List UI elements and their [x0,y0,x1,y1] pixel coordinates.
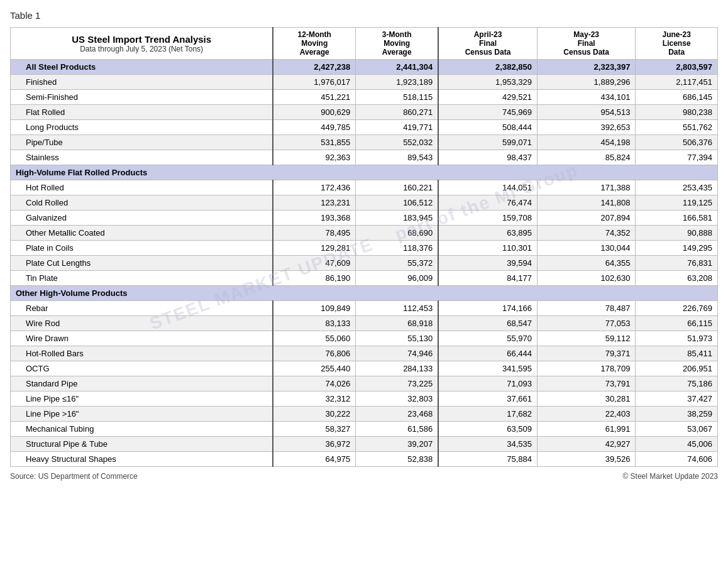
row-label: OCTG [11,361,273,376]
col-header-apr23: April-23FinalCensus Data [438,28,537,60]
table-row: Rebar109,849112,453174,16678,487226,769 [11,301,718,316]
section-header-row: High-Volume Flat Rolled Products [11,165,718,180]
row-value: 207,894 [537,211,635,226]
row-value: 508,444 [438,120,537,135]
row-value: 159,708 [438,211,537,226]
row-label: Pipe/Tube [11,135,273,150]
row-value: 39,526 [537,452,635,467]
table-title-sub: Data through July 5, 2023 (Net Tons) [16,45,267,53]
row-value: 1,923,189 [356,75,438,90]
table-wrapper: STEEL MARKET UPDATE part of the MI Group… [10,27,718,467]
row-value: 79,371 [537,346,635,361]
row-label: Hot Rolled [11,180,273,195]
row-value: 39,594 [438,256,537,271]
row-value: 434,101 [537,90,635,105]
row-label: Stainless [11,150,273,165]
all-steel-value: 2,427,238 [273,60,355,75]
row-value: 106,512 [356,195,438,211]
row-value: 174,166 [438,301,537,316]
row-label: Wire Rod [11,316,273,331]
table-row: Line Pipe ≤16"32,31232,80337,66130,28137… [11,391,718,407]
row-value: 22,403 [537,407,635,422]
row-label: Flat Rolled [11,105,273,120]
table-row: Line Pipe >16"30,22223,46817,68222,40338… [11,407,718,422]
row-value: 96,009 [356,271,438,286]
row-value: 226,769 [636,301,718,316]
row-value: 55,060 [273,331,355,346]
row-value: 74,946 [356,346,438,361]
row-value: 61,586 [356,422,438,437]
row-value: 392,653 [537,120,635,135]
row-value: 449,785 [273,120,355,135]
table-row: Heavy Structural Shapes64,97552,83875,88… [11,452,718,467]
footer: Source: US Department of Commerce © Stee… [10,472,718,481]
row-value: 59,112 [537,331,635,346]
row-value: 37,661 [438,391,537,407]
table-row: Mechanical Tubing58,32761,58663,50961,99… [11,422,718,437]
row-value: 51,973 [636,331,718,346]
row-value: 47,609 [273,256,355,271]
row-value: 141,808 [537,195,635,211]
row-value: 53,067 [636,422,718,437]
footer-source: Source: US Department of Commerce [10,472,138,481]
row-label: Hot-Rolled Bars [11,346,273,361]
row-value: 32,803 [356,391,438,407]
row-label: Standard Pipe [11,376,273,391]
row-label: Long Products [11,120,273,135]
row-value: 90,888 [636,226,718,241]
table-title-main: US Steel Import Trend Analysis [16,34,267,45]
row-value: 171,388 [537,180,635,195]
table-row: Pipe/Tube531,855552,032599,071454,198506… [11,135,718,150]
row-value: 55,970 [438,331,537,346]
row-value: 77,394 [636,150,718,165]
row-value: 45,006 [636,437,718,452]
row-value: 76,806 [273,346,355,361]
row-value: 73,225 [356,376,438,391]
row-value: 129,281 [273,241,355,256]
row-value: 860,271 [356,105,438,120]
row-value: 980,238 [636,105,718,120]
row-value: 30,281 [537,391,635,407]
row-value: 506,376 [636,135,718,150]
row-value: 34,535 [438,437,537,452]
row-label: Mechanical Tubing [11,422,273,437]
row-value: 63,895 [438,226,537,241]
row-value: 75,884 [438,452,537,467]
table-row: Stainless92,36389,54398,43785,82477,394 [11,150,718,165]
row-value: 64,355 [537,256,635,271]
row-value: 552,032 [356,135,438,150]
col-header-jun23: June-23LicenseData [636,28,718,60]
row-value: 74,352 [537,226,635,241]
row-value: 92,363 [273,150,355,165]
row-value: 74,606 [636,452,718,467]
row-value: 109,849 [273,301,355,316]
row-value: 23,468 [356,407,438,422]
row-value: 110,301 [438,241,537,256]
table-row: Hot Rolled172,436160,221144,051171,38825… [11,180,718,195]
row-value: 68,547 [438,316,537,331]
table-row: Hot-Rolled Bars76,80674,94666,44479,3718… [11,346,718,361]
row-value: 66,444 [438,346,537,361]
all-steel-value: 2,803,597 [636,60,718,75]
row-value: 160,221 [356,180,438,195]
col-header-may23: May-23FinalCensus Data [537,28,635,60]
row-value: 71,093 [438,376,537,391]
row-value: 86,190 [273,271,355,286]
row-value: 63,208 [636,271,718,286]
row-value: 77,053 [537,316,635,331]
table-row: Wire Rod83,13368,91868,54777,05366,115 [11,316,718,331]
table-row: Finished1,976,0171,923,1891,953,3291,889… [11,75,718,90]
all-steel-value: 2,323,397 [537,60,635,75]
row-label: Other Metallic Coated [11,226,273,241]
table-row: Flat Rolled900,629860,271745,969954,5139… [11,105,718,120]
row-value: 531,855 [273,135,355,150]
row-value: 64,975 [273,452,355,467]
row-value: 42,927 [537,437,635,452]
row-value: 130,044 [537,241,635,256]
table-row: Wire Drawn55,06055,13055,97059,11251,973 [11,331,718,346]
table-row: Semi-Finished451,221518,115429,521434,10… [11,90,718,105]
row-value: 253,435 [636,180,718,195]
row-value: 85,824 [537,150,635,165]
table-row: Galvanized193,368183,945159,708207,89416… [11,211,718,226]
row-value: 61,991 [537,422,635,437]
